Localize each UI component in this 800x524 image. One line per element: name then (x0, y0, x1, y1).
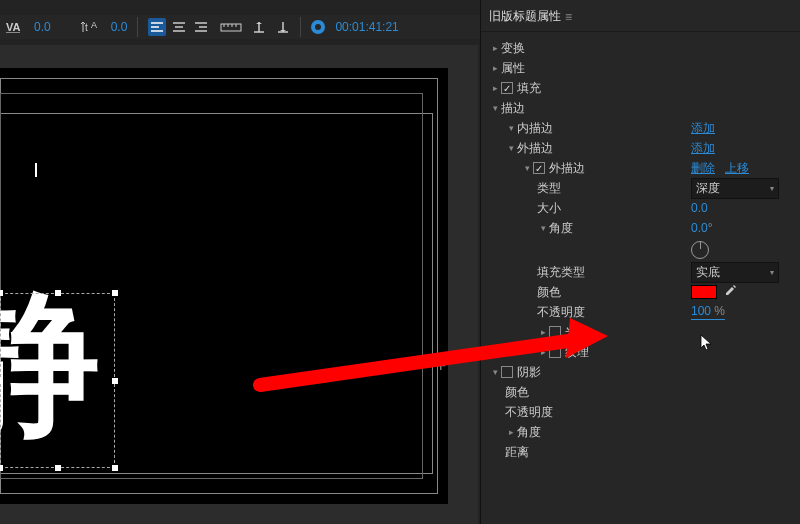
panel-title: 旧版标题属性 (489, 8, 561, 25)
add-inner-stroke[interactable]: 添加 (691, 120, 715, 137)
panel-menu-icon[interactable]: ≡ (565, 10, 572, 24)
twisty-icon[interactable] (489, 43, 501, 53)
twisty-icon[interactable] (537, 223, 549, 233)
align-right-icon[interactable] (192, 18, 210, 36)
shadow-checkbox[interactable] (501, 366, 513, 378)
moveup-stroke[interactable]: 上移 (725, 160, 749, 177)
svg-text:A: A (91, 20, 97, 30)
prop-outer-stroke[interactable]: 外描边 (517, 140, 553, 157)
eyedropper-icon[interactable] (723, 284, 737, 301)
kerning-value[interactable]: 0.0 (34, 20, 51, 34)
size-label: 大小 (537, 200, 561, 217)
twisty-icon[interactable] (505, 123, 517, 133)
tab-stop-right-icon[interactable] (276, 20, 290, 34)
title-text-object[interactable]: 静 (0, 293, 115, 468)
align-left-icon[interactable] (148, 18, 166, 36)
outer-stroke-checkbox[interactable] (533, 162, 545, 174)
texture-checkbox[interactable] (549, 346, 561, 358)
add-outer-stroke[interactable]: 添加 (691, 140, 715, 157)
prop-transform[interactable]: 变换 (501, 40, 525, 57)
twisty-icon[interactable] (489, 63, 501, 73)
twisty-icon[interactable] (489, 103, 501, 113)
s-distance: 距离 (505, 444, 529, 461)
type-dropdown[interactable]: 深度 (691, 178, 779, 199)
prop-sheen[interactable]: 光泽 (565, 324, 589, 341)
twisty-icon[interactable] (521, 163, 533, 173)
twisty-icon[interactable] (537, 347, 549, 357)
twisty-icon (505, 427, 517, 437)
prop-inner-stroke[interactable]: 内描边 (517, 120, 553, 137)
filltype-dropdown[interactable]: 实底 (691, 262, 779, 283)
canvas-area[interactable]: + 静 (0, 45, 478, 524)
kerning-icon[interactable]: VA (6, 20, 24, 34)
twisty-icon[interactable] (537, 327, 549, 337)
twisty-icon[interactable] (489, 367, 501, 377)
sheen-checkbox[interactable] (549, 326, 561, 338)
baseline-shift-icon[interactable]: tA (81, 19, 101, 35)
filltype-label: 填充类型 (537, 264, 585, 281)
angle-value[interactable]: 0.0° (691, 221, 713, 235)
s-color: 颜色 (505, 384, 529, 401)
angle-wheel[interactable] (691, 241, 709, 259)
twisty-icon[interactable] (505, 143, 517, 153)
opacity-label: 不透明度 (537, 304, 585, 321)
size-value[interactable]: 0.0 (691, 201, 708, 215)
fill-checkbox[interactable] (501, 82, 513, 94)
color-swatch[interactable] (691, 285, 717, 299)
svg-text:t: t (85, 22, 88, 33)
baseline-value[interactable]: 0.0 (111, 20, 128, 34)
svg-text:VA: VA (6, 21, 21, 33)
prop-shadow[interactable]: 阴影 (517, 364, 541, 381)
delete-stroke[interactable]: 删除 (691, 160, 715, 177)
twisty-icon[interactable] (489, 83, 501, 93)
tab-stop-left-icon[interactable] (252, 20, 266, 34)
prop-attributes[interactable]: 属性 (501, 60, 525, 77)
type-label: 类型 (537, 180, 561, 197)
timecode-value[interactable]: 00:01:41:21 (335, 20, 398, 34)
s-opacity: 不透明度 (505, 404, 553, 421)
align-center-icon[interactable] (170, 18, 188, 36)
prop-fill[interactable]: 填充 (517, 80, 541, 97)
s-angle: 角度 (517, 424, 541, 441)
prop-stroke[interactable]: 描边 (501, 100, 525, 117)
prop-outer-stroke-item[interactable]: 外描边 (549, 160, 585, 177)
svg-rect-1 (6, 32, 20, 33)
timecode-icon[interactable] (311, 20, 325, 34)
prop-texture[interactable]: 纹理 (565, 344, 589, 361)
opacity-value[interactable]: 100 % (691, 304, 725, 320)
angle-label: 角度 (549, 220, 573, 237)
tab-ruler-icon[interactable] (220, 20, 242, 34)
color-label: 颜色 (537, 284, 561, 301)
